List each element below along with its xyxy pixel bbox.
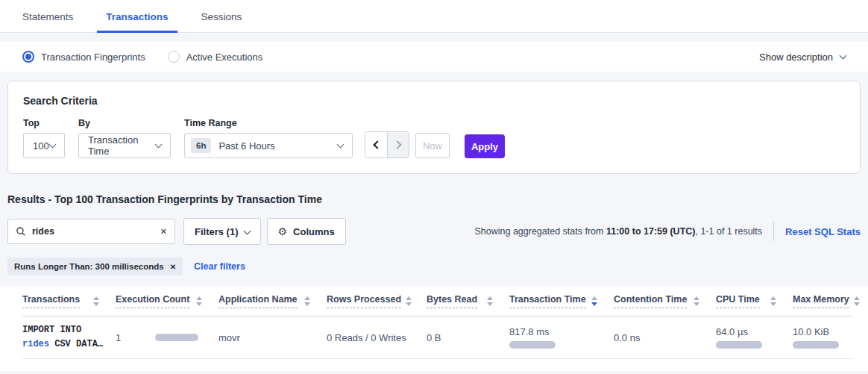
cpu-time-bar — [716, 341, 762, 349]
top-select[interactable]: 100 — [23, 133, 65, 158]
reset-sql-stats-link[interactable]: Reset SQL Stats — [785, 226, 861, 237]
show-description-label: Show description — [759, 52, 833, 63]
filter-chip-label: Runs Longer Than: 300 milliseconds — [14, 262, 164, 271]
sort-icon — [770, 296, 776, 306]
sort-desc-icon — [591, 296, 597, 306]
radio-transaction-fingerprints[interactable]: Transaction Fingerprints — [22, 51, 145, 63]
search-criteria-card: Search Criteria Top 100 By Transaction T… — [7, 81, 861, 174]
by-label: By — [78, 118, 171, 128]
time-range-field: Time Range 6h Past 6 Hours — [184, 118, 353, 158]
view-radio-group: Transaction Fingerprints Active Executio… — [22, 51, 262, 63]
column-header-execution-count[interactable]: Execution Count — [116, 294, 218, 308]
contention-time-cell: 0.0 ns — [614, 332, 716, 343]
page-tabbar: Statements Transactions Sessions — [0, 0, 868, 33]
radio-selected-icon — [22, 51, 34, 63]
top-field: Top 100 — [23, 118, 65, 158]
chevron-down-icon — [49, 140, 57, 148]
max-memory-bar — [793, 341, 839, 349]
chevron-down-icon — [243, 227, 251, 234]
sort-icon — [406, 296, 412, 306]
filter-chip: Runs Longer Than: 300 milliseconds ✕ — [7, 258, 183, 275]
results-controls-row: ✕ Filters (1) ⚙ Columns Showing aggregat… — [7, 218, 861, 245]
time-range-select[interactable]: 6h Past 6 Hours — [184, 133, 353, 158]
column-header-transactions[interactable]: Transactions — [22, 294, 116, 308]
transaction-statement-link[interactable]: rides — [22, 339, 49, 349]
cpu-time-cell: 64.0 µs — [716, 326, 793, 349]
tab-transactions[interactable]: Transactions — [97, 11, 177, 32]
radio-active-executions[interactable]: Active Executions — [168, 51, 263, 63]
column-header-cpu-time[interactable]: CPU Time — [716, 294, 793, 308]
chevron-down-icon — [155, 140, 163, 148]
chevron-right-icon — [393, 140, 401, 149]
now-button[interactable]: Now — [415, 133, 450, 158]
sort-icon — [694, 296, 699, 306]
stats-area: Showing aggregated stats from 11:00 to 1… — [474, 222, 861, 241]
tab-sessions[interactable]: Sessions — [192, 11, 251, 32]
column-header-application-name[interactable]: Application Name — [218, 294, 327, 308]
column-header-contention-time[interactable]: Contention Time — [614, 294, 716, 308]
time-range-value: Past 6 Hours — [218, 140, 274, 152]
search-criteria-title: Search Criteria — [23, 95, 845, 107]
filters-button[interactable]: Filters (1) — [183, 218, 261, 245]
sort-icon — [196, 296, 202, 306]
view-toggle-band: Transaction Fingerprints Active Executio… — [0, 42, 868, 72]
radio-label: Active Executions — [186, 52, 263, 63]
table-row: IMPORT INTO rides CSV DATA… 1 movr 0 Rea… — [22, 317, 853, 359]
columns-button-label: Columns — [293, 226, 335, 237]
vertical-divider — [773, 222, 774, 241]
results-table: Transactions Execution Count Application… — [0, 286, 868, 371]
rows-processed-cell: 0 Reads / 0 Writes — [327, 332, 427, 343]
aggregated-stats-text: Showing aggregated stats from 11:00 to 1… — [474, 226, 762, 237]
time-range-nav — [365, 131, 409, 158]
top-label: Top — [23, 118, 65, 128]
column-header-bytes-read[interactable]: Bytes Read — [427, 294, 509, 308]
apply-button[interactable]: Apply — [465, 134, 505, 158]
top-select-value: 100 — [33, 140, 49, 152]
columns-button[interactable]: ⚙ Columns — [267, 218, 346, 245]
by-select[interactable]: Transaction Time — [78, 133, 171, 158]
search-box: ✕ — [7, 219, 175, 244]
search-input[interactable] — [32, 226, 154, 237]
time-range-badge: 6h — [191, 138, 211, 153]
transaction-time-bar — [509, 341, 556, 349]
by-select-value: Transaction Time — [88, 134, 156, 157]
application-name-cell: movr — [218, 332, 327, 343]
search-icon — [16, 226, 26, 237]
clear-filters-link[interactable]: Clear filters — [194, 261, 245, 272]
gear-icon: ⚙ — [278, 225, 288, 237]
transaction-time-cell: 817.8 ms — [509, 326, 614, 349]
sort-icon — [854, 296, 860, 306]
results-heading: Results - Top 100 Transaction Fingerprin… — [7, 193, 861, 205]
execution-count-cell: 1 — [116, 332, 218, 343]
by-field: By Transaction Time — [78, 118, 171, 158]
active-filters-row: Runs Longer Than: 300 milliseconds ✕ Cle… — [7, 258, 861, 275]
show-description-toggle[interactable]: Show description — [759, 52, 846, 63]
time-range-label: Time Range — [184, 118, 353, 128]
sort-icon — [487, 296, 493, 306]
transaction-fingerprint-cell[interactable]: IMPORT INTO rides CSV DATA… — [22, 323, 116, 352]
bytes-read-cell: 0 B — [427, 332, 509, 343]
clear-search-icon[interactable]: ✕ — [160, 227, 167, 237]
tab-statements[interactable]: Statements — [13, 11, 82, 32]
table-header-row: Transactions Execution Count Application… — [22, 286, 853, 317]
column-header-rows-processed[interactable]: Rows Processed — [327, 294, 427, 308]
chevron-down-icon — [337, 140, 345, 148]
column-header-max-memory[interactable]: Max Memory — [793, 294, 853, 308]
column-header-transaction-time[interactable]: Transaction Time — [509, 294, 614, 308]
previous-time-range-button[interactable] — [365, 132, 387, 158]
radio-label: Transaction Fingerprints — [41, 52, 145, 63]
chevron-down-icon — [840, 52, 847, 59]
next-time-range-button[interactable] — [387, 132, 409, 158]
filters-button-label: Filters (1) — [195, 226, 239, 237]
sort-icon — [304, 296, 310, 306]
sort-icon — [93, 296, 99, 306]
execution-count-bar — [155, 334, 198, 341]
max-memory-cell: 10.0 KiB — [793, 326, 853, 349]
table-bottom-spacer — [22, 359, 853, 371]
radio-unselected-icon — [168, 51, 180, 63]
remove-filter-icon[interactable]: ✕ — [170, 263, 176, 271]
chevron-left-icon — [373, 140, 381, 149]
